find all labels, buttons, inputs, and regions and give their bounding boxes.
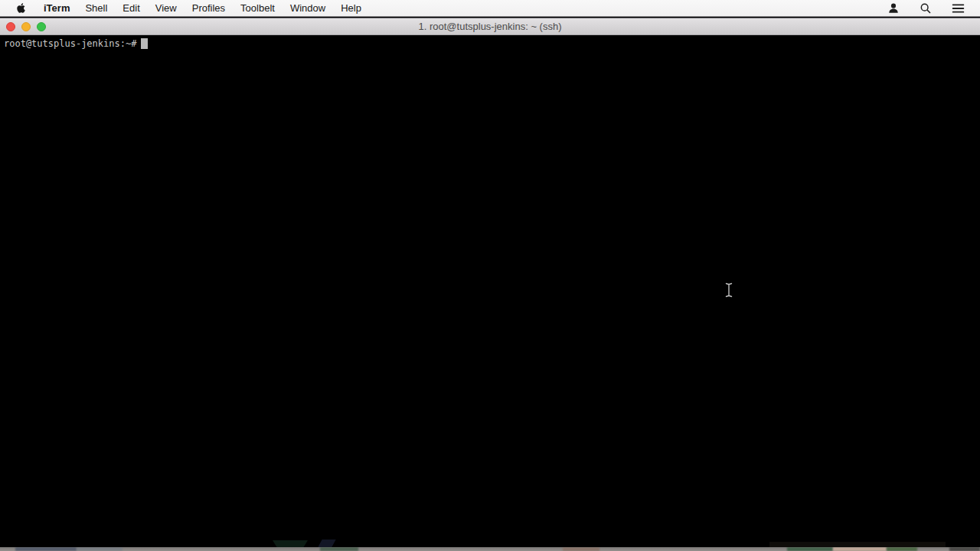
dock-icon-sliver bbox=[887, 547, 917, 551]
terminal-screen[interactable]: root@tutsplus-jenkins:~# bbox=[0, 36, 980, 551]
dock-icon-peek bbox=[769, 542, 946, 547]
menu-item-shell[interactable]: Shell bbox=[77, 0, 115, 16]
dock[interactable] bbox=[0, 547, 980, 551]
menu-bar-status-area bbox=[881, 0, 980, 16]
menu-item-edit[interactable]: Edit bbox=[115, 0, 147, 16]
user-icon[interactable] bbox=[881, 0, 906, 16]
zoom-button[interactable] bbox=[37, 22, 46, 31]
window-title-bar[interactable]: 1. root@tutsplus-jenkins: ~ (ssh) bbox=[0, 18, 980, 35]
dock-icon-sliver bbox=[787, 547, 833, 551]
apple-menu[interactable] bbox=[6, 0, 36, 16]
terminal-cursor bbox=[141, 38, 148, 49]
notification-list-icon[interactable] bbox=[946, 0, 971, 16]
terminal-prompt: root@tutsplus-jenkins:~# bbox=[4, 38, 136, 49]
menu-bar-left: iTerm Shell Edit View Profiles Toolbelt … bbox=[0, 0, 369, 16]
dock-icon-sliver bbox=[77, 547, 122, 551]
dock-icon-sliver bbox=[15, 547, 77, 551]
menu-bar: iTerm Shell Edit View Profiles Toolbelt … bbox=[0, 0, 980, 17]
search-icon[interactable] bbox=[913, 0, 938, 16]
traffic-lights bbox=[6, 18, 46, 34]
window-title: 1. root@tutsplus-jenkins: ~ (ssh) bbox=[0, 18, 980, 34]
ibeam-cursor-icon bbox=[724, 282, 733, 298]
dock-icon-sliver bbox=[320, 547, 358, 551]
menu-item-help[interactable]: Help bbox=[333, 0, 369, 16]
minimize-button[interactable] bbox=[21, 22, 31, 31]
apple-icon bbox=[16, 2, 26, 14]
menu-item-app-name[interactable]: iTerm bbox=[36, 0, 77, 16]
terminal-prompt-line: root@tutsplus-jenkins:~# bbox=[4, 37, 148, 49]
close-button[interactable] bbox=[6, 22, 15, 31]
dock-icon-peek bbox=[273, 540, 308, 547]
dock-icon-sliver bbox=[833, 547, 887, 551]
menu-item-window[interactable]: Window bbox=[283, 0, 333, 16]
menu-item-profiles[interactable]: Profiles bbox=[185, 0, 233, 16]
dock-icon-sliver bbox=[949, 547, 980, 551]
menu-item-toolbelt[interactable]: Toolbelt bbox=[233, 0, 283, 16]
menu-item-view[interactable]: View bbox=[148, 0, 185, 16]
dock-icon-sliver bbox=[563, 547, 599, 551]
